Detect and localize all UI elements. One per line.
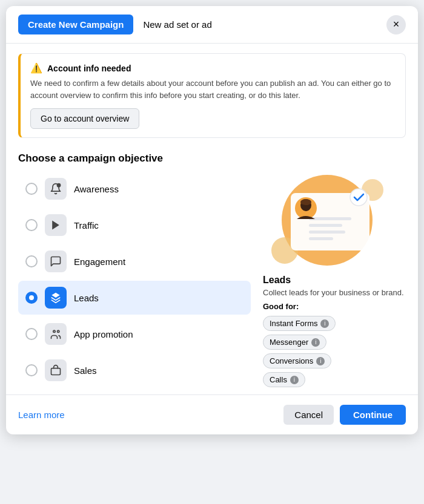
app-promotion-icon <box>45 323 67 345</box>
instant-forms-info-icon[interactable]: i <box>320 319 329 328</box>
objective-layout: Awareness Traffic <box>18 172 406 387</box>
objective-sales[interactable]: Sales <box>18 353 251 387</box>
svg-marker-1 <box>52 221 59 230</box>
modal-header: Create New Campaign New ad set or ad × <box>6 6 418 44</box>
alert-body: We need to confirm a few details about y… <box>30 77 396 101</box>
campaign-modal: Create New Campaign New ad set or ad × ⚠… <box>6 6 418 434</box>
tag-messenger: Messenger i <box>263 335 326 350</box>
radio-engagement[interactable] <box>25 255 38 267</box>
awareness-icon <box>45 178 67 200</box>
svg-point-3 <box>58 330 59 332</box>
sales-label: Sales <box>74 365 97 376</box>
svg-point-0 <box>57 183 61 188</box>
radio-app-promotion[interactable] <box>25 328 38 340</box>
warning-icon: ⚠️ <box>30 62 42 74</box>
tag-calls: Calls i <box>263 372 305 387</box>
traffic-icon <box>45 214 67 236</box>
account-overview-button[interactable]: Go to account overview <box>30 108 139 129</box>
messenger-label: Messenger <box>270 338 308 347</box>
app-promotion-label: App promotion <box>74 329 133 339</box>
sales-icon <box>45 359 67 381</box>
continue-button[interactable]: Continue <box>340 405 406 425</box>
svg-rect-9 <box>309 217 351 220</box>
leads-description: Leads Collect leads for your business or… <box>260 275 404 387</box>
svg-point-15 <box>300 199 311 205</box>
svg-rect-11 <box>309 231 345 234</box>
footer-actions: Cancel Continue <box>283 405 406 425</box>
radio-awareness[interactable] <box>25 183 38 195</box>
objective-section: Choose a campaign objective Awareness <box>6 148 418 387</box>
radio-leads[interactable] <box>25 292 38 304</box>
instant-forms-label: Instant Forms <box>270 319 317 328</box>
traffic-label: Traffic <box>74 220 99 231</box>
engagement-icon <box>45 250 67 272</box>
svg-rect-12 <box>309 237 333 240</box>
objective-traffic[interactable]: Traffic <box>18 208 251 242</box>
learn-more-link[interactable]: Learn more <box>18 410 65 420</box>
close-button[interactable]: × <box>386 15 406 34</box>
tag-conversions: Conversions i <box>263 353 331 368</box>
awareness-label: Awareness <box>74 184 119 194</box>
right-panel: Leads Collect leads for your business or… <box>260 172 406 387</box>
radio-sales[interactable] <box>25 364 38 376</box>
svg-rect-4 <box>51 368 61 375</box>
objective-section-title: Choose a campaign objective <box>18 152 406 165</box>
svg-rect-10 <box>309 224 342 227</box>
svg-point-2 <box>53 330 55 332</box>
leads-icon <box>45 287 67 309</box>
tag-instant-forms: Instant Forms i <box>263 316 336 331</box>
radio-traffic[interactable] <box>25 219 38 231</box>
leads-label: Leads <box>74 293 99 303</box>
objective-app-promotion[interactable]: App promotion <box>18 317 251 351</box>
objective-list: Awareness Traffic <box>18 172 251 387</box>
conversions-info-icon[interactable]: i <box>316 357 325 365</box>
svg-point-16 <box>350 189 367 206</box>
engagement-label: Engagement <box>74 257 125 267</box>
leads-panel-subtitle: Collect leads for your business or brand… <box>263 288 404 297</box>
leads-illustration <box>260 172 394 269</box>
tab-create-campaign[interactable]: Create New Campaign <box>18 15 133 34</box>
leads-panel-title: Leads <box>263 275 404 286</box>
calls-info-icon[interactable]: i <box>290 376 299 384</box>
objective-engagement[interactable]: Engagement <box>18 244 251 278</box>
alert-title: ⚠️ Account info needed <box>30 62 396 74</box>
tab-new-ad-set[interactable]: New ad set or ad <box>138 15 216 34</box>
account-info-alert: ⚠️ Account info needed We need to confir… <box>18 53 406 138</box>
good-for-label: Good for: <box>263 302 404 311</box>
cancel-button[interactable]: Cancel <box>283 405 334 425</box>
calls-label: Calls <box>270 375 287 384</box>
objective-leads[interactable]: Leads <box>18 281 251 315</box>
tag-list: Instant Forms i Messenger i Conversions … <box>263 316 404 387</box>
objective-awareness[interactable]: Awareness <box>18 172 251 206</box>
messenger-info-icon[interactable]: i <box>311 338 320 347</box>
modal-footer: Learn more Cancel Continue <box>6 394 418 434</box>
conversions-label: Conversions <box>270 356 313 365</box>
